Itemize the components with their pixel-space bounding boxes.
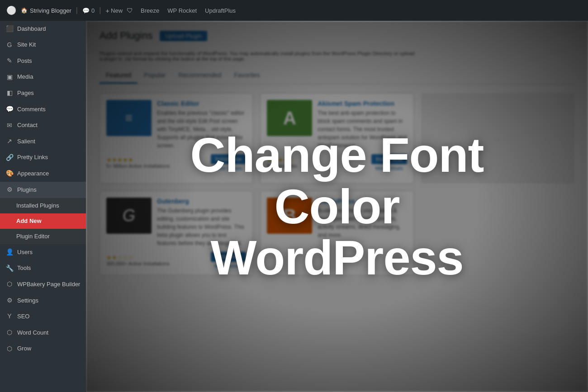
sidebar-item-salient[interactable]: ↗ Salient (0, 133, 86, 150)
sidebar-label-grow: Grow (17, 345, 31, 353)
sidebar-label-wpbakery: WPBakery Page Builder (17, 280, 80, 288)
plugin-info-text-bg: Plugins extend and expand the functional… (100, 51, 416, 61)
adminbar-plugins: Breeze WP Rocket UpdraftPlus (141, 7, 236, 14)
plugin-tabs-bg: Featured Popular Recommended Favorites (100, 68, 574, 84)
shield-icon: 🛡 (125, 6, 134, 15)
submenu-add-new[interactable]: Add New (0, 213, 86, 229)
sidebar-item-grow[interactable]: ⬡ Grow (0, 341, 86, 357)
classic-editor-thumb: ≡ (106, 100, 152, 136)
gutenberg-installs: 300,000+ Active Installations (106, 261, 170, 266)
sidebar-label-appearance: Appearance (17, 170, 49, 178)
buddypress-icon: B (283, 206, 296, 226)
plugin-bg: Add Plugins Upload Plugin Plugins extend… (86, 21, 588, 392)
akismet-stars: ★★★★☆ (267, 156, 297, 163)
home-icon: 🏠 (21, 7, 28, 14)
admin-bar-new[interactable]: + New (105, 7, 123, 14)
buddypress-name: BuddyPress (318, 198, 407, 205)
sidebar-item-appearance[interactable]: 🎨 Appearance (0, 165, 86, 182)
akismet-name: Akismet Spam Protection (318, 100, 407, 107)
dashboard-icon: ⬛ (5, 24, 14, 33)
sidebar-item-seo[interactable]: Y SEO (0, 308, 86, 325)
tab-featured-bg: Featured (100, 68, 138, 84)
gutenberg-thumb: G (106, 198, 152, 234)
sidebar-label-plugins: Plugins (17, 186, 37, 194)
plugin-card-placeholder: ... (421, 93, 574, 184)
sidebar-label-pretty-links: Pretty Links (17, 153, 48, 161)
sidebar: ⬛ Dashboard G Site Kit ✎ Posts ▣ Media ◧… (0, 21, 86, 392)
seo-icon: Y (5, 312, 14, 321)
new-label: New (111, 7, 123, 14)
sidebar-label-sitekit: Site Kit (17, 41, 36, 49)
sidebar-item-tools[interactable]: 🔧 Tools (0, 260, 86, 277)
classic-editor-name: Classic Editor (157, 100, 246, 107)
sidebar-item-dashboard[interactable]: ⬛ Dashboard (0, 21, 86, 37)
akismet-desc: The best anti-spam protection to block s… (318, 109, 407, 150)
wordcount-icon: ⬡ (5, 328, 14, 337)
plugin-wprocket[interactable]: WP Rocket (167, 7, 197, 14)
plugin-breeze[interactable]: Breeze (141, 7, 159, 14)
gutenberg-icon: G (123, 206, 135, 225)
buddypress-desc: BuddyPress helps site builders & develop… (318, 207, 407, 239)
grow-icon: ⬡ (5, 345, 14, 354)
gutenberg-stars: ★★☆☆☆ (106, 254, 170, 261)
submenu-installed-plugins[interactable]: Installed Plugins (0, 198, 86, 213)
akismet-by: By Automattic (267, 163, 297, 169)
plus-icon: + (105, 7, 109, 14)
plugin-card-classic-editor: ≡ Classic Editor Enables the previous "c… (100, 93, 253, 184)
users-icon: 👤 (5, 248, 14, 257)
comments-side-icon: 💬 (5, 105, 14, 114)
installed-plugins-label: Installed Plugins (16, 202, 59, 210)
sidebar-item-comments[interactable]: 💬 Comments (0, 101, 86, 118)
sidebar-label-users: Users (17, 248, 33, 256)
tab-favorites-bg: Favorites (228, 68, 266, 84)
akismet-thumb: A (267, 100, 312, 136)
sidebar-item-pages[interactable]: ◧ Pages (0, 85, 86, 101)
sidebar-item-posts[interactable]: ✎ Posts (0, 53, 86, 69)
classic-editor-installs: 5+ Million Active Installations (106, 163, 170, 169)
sidebar-label-tools: Tools (17, 264, 31, 272)
sidebar-label-dashboard: Dashboard (17, 25, 46, 33)
gutenberg-install-btn: Install Now (211, 252, 247, 262)
sidebar-item-sitekit[interactable]: G Site Kit (0, 37, 86, 53)
comments-icon: 💬 (82, 7, 90, 14)
sidebar-item-media[interactable]: ▣ Media (0, 69, 86, 85)
sidebar-item-pretty-links[interactable]: 🔗 Pretty Links (0, 150, 86, 166)
wp-logo-icon: ⚪ (5, 4, 18, 17)
classic-editor-install-btn: Install Now (211, 154, 247, 164)
sidebar-label-comments: Comments (17, 105, 46, 113)
sidebar-item-settings[interactable]: ⚙ Settings (0, 293, 86, 309)
sidebar-label-seo: SEO (17, 312, 29, 321)
sidebar-label-salient: Salient (17, 137, 35, 146)
tab-popular-bg: Popular (138, 68, 172, 84)
akismet-install-btn: Install Now (371, 154, 407, 164)
sidebar-item-wordcount[interactable]: ⬡ Word Count (0, 325, 86, 341)
sidebar-label-settings: Settings (17, 297, 38, 305)
sidebar-item-contact[interactable]: ✉ Contact (0, 118, 86, 134)
admin-bar-comments[interactable]: 💬 0 (82, 7, 95, 14)
sidebar-label-contact: Contact (17, 121, 38, 129)
salient-icon: ↗ (5, 137, 14, 146)
sitekit-icon: G (5, 41, 14, 50)
plugin-editor-label: Plugin Editor (16, 232, 50, 241)
posts-icon: ✎ (5, 57, 14, 66)
classic-editor-desc: Enables the previous "classic" editor an… (157, 109, 246, 150)
add-new-label: Add New (16, 217, 42, 225)
admin-bar-site[interactable]: 🏠 Striving Blogger (21, 7, 71, 14)
classic-editor-icon: ≡ (125, 111, 133, 125)
plugin-card-gutenberg: G Gutenberg The Gutenberg plugin provide… (100, 191, 253, 275)
plugin-updraftplus[interactable]: UpdraftPlus (205, 7, 236, 14)
classic-editor-details: More Details (211, 165, 247, 171)
page-title-bg: Add Plugins (100, 30, 152, 42)
submenu-plugin-editor[interactable]: Plugin Editor (0, 229, 86, 244)
main-content: Add Plugins Upload Plugin Plugins extend… (86, 21, 588, 392)
sidebar-label-media: Media (17, 73, 33, 81)
plugins-submenu: Installed Plugins Add New Plugin Editor (0, 198, 86, 245)
classic-editor-stars: ★★★★★ (106, 156, 170, 163)
contact-icon: ✉ (5, 121, 14, 130)
sidebar-label-pages: Pages (17, 89, 34, 97)
sidebar-item-wpbakery[interactable]: ⬡ WPBakery Page Builder (0, 276, 86, 293)
plugins-icon: ⚙ (5, 185, 14, 194)
gutenberg-name: Gutenberg (157, 198, 246, 205)
sidebar-item-plugins[interactable]: ⚙ Plugins (0, 182, 86, 198)
sidebar-item-users[interactable]: 👤 Users (0, 244, 86, 260)
